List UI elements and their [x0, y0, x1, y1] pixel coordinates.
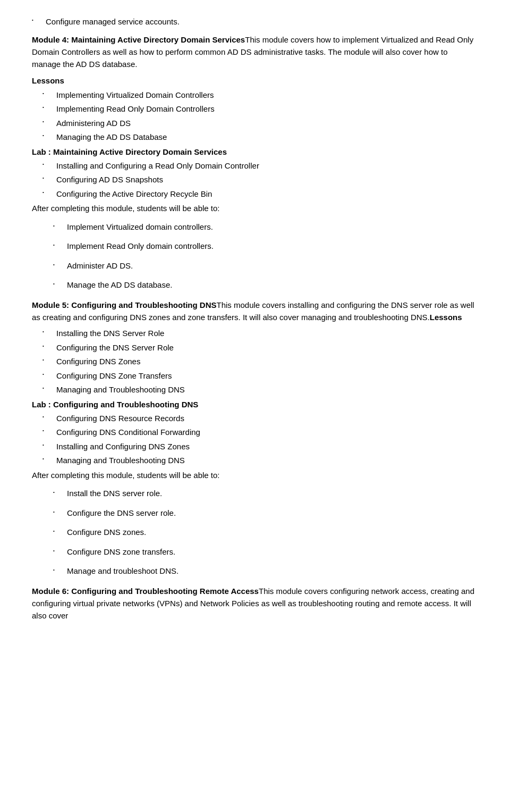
lab-item-text: Installing and Configuring DNS Zones — [56, 441, 478, 453]
intro-bullet-item: • Configure managed service accounts. — [32, 16, 478, 28]
bullet-icon: • — [42, 371, 53, 378]
module4-paragraph: Module 4: Maintaining Active Directory D… — [32, 34, 478, 71]
module5-lessons-inline: Lessons — [430, 313, 462, 322]
lesson-text: Configuring DNS Zones — [56, 356, 478, 368]
list-item: • Administering AD DS — [42, 118, 478, 130]
outcome-text: Implement Virtualized domain controllers… — [67, 221, 478, 233]
module4-title: Module 4: Maintaining Active Directory D… — [32, 35, 245, 44]
module6-paragraph: Module 6: Configuring and Troubleshootin… — [32, 585, 478, 622]
bullet-icon: • — [53, 262, 64, 269]
bullet-icon: • — [53, 567, 64, 574]
list-item: • Configuring the Active Directory Recyc… — [42, 188, 478, 200]
bullet-icon: • — [42, 456, 53, 463]
bullet-icon: • — [42, 343, 53, 350]
bullet-icon: • — [42, 442, 53, 449]
list-item: • Installing and Configuring DNS Zones — [42, 441, 478, 453]
bullet-icon: • — [42, 189, 53, 196]
list-item: • Configuring DNS Conditional Forwarding — [42, 426, 478, 439]
list-item: • Configuring AD DS Snapshots — [42, 174, 478, 186]
lesson-text: Managing and Troubleshooting DNS — [56, 384, 478, 396]
lab-item-text: Installing and Configuring a Read Only D… — [56, 160, 478, 172]
list-item: • Installing the DNS Server Role — [42, 328, 478, 340]
list-item: • Install the DNS server role. — [53, 488, 478, 500]
module4-lab-header: Lab : Maintaining Active Directory Domai… — [32, 146, 478, 158]
module5-lab-list: • Configuring DNS Resource Records • Con… — [42, 413, 478, 467]
list-item: • Managing and Troubleshooting DNS — [42, 384, 478, 396]
bullet-icon: • — [32, 17, 42, 24]
outcome-text: Configure DNS zone transfers. — [67, 546, 478, 558]
list-item: • Manage and troubleshoot DNS. — [53, 565, 478, 577]
bullet-icon: • — [53, 548, 64, 555]
module5-lab-header: Lab : Configuring and Troubleshooting DN… — [32, 398, 478, 411]
bullet-icon: • — [42, 119, 53, 125]
outcome-text: Administer AD DS. — [67, 260, 478, 272]
list-item: • Managing the AD DS Database — [42, 131, 478, 144]
bullet-icon: • — [42, 329, 53, 336]
list-item: • Implementing Virtualized Domain Contro… — [42, 89, 478, 102]
list-item: • Configure DNS zones. — [53, 526, 478, 539]
outcome-text: Configure the DNS server role. — [67, 507, 478, 520]
bullet-icon: • — [53, 528, 64, 535]
bullet-icon: • — [53, 242, 64, 249]
outcome-text: Configure DNS zones. — [67, 526, 478, 539]
module4-lessons-header: Lessons — [32, 74, 478, 87]
list-item: • Administer AD DS. — [53, 260, 478, 272]
lab-item-text: Configuring DNS Conditional Forwarding — [56, 426, 478, 439]
bullet-icon: • — [42, 132, 53, 139]
outcome-text: Manage and troubleshoot DNS. — [67, 565, 478, 577]
list-item: • Managing and Troubleshooting DNS — [42, 455, 478, 467]
lesson-text: Implementing Read Only Domain Controller… — [56, 103, 478, 115]
outcome-text: Implement Read Only domain controllers. — [67, 240, 478, 253]
list-item: • Configure the DNS server role. — [53, 507, 478, 520]
lesson-text: Managing the AD DS Database — [56, 131, 478, 144]
bullet-icon: • — [42, 385, 53, 392]
lesson-text: Implementing Virtualized Domain Controll… — [56, 89, 478, 102]
bullet-icon: • — [42, 357, 53, 364]
list-item: • Configuring the DNS Server Role — [42, 342, 478, 354]
list-item: • Configuring DNS Zone Transfers — [42, 370, 478, 382]
module5-block: Module 5: Configuring and Troubleshootin… — [32, 299, 478, 577]
bullet-icon: • — [53, 223, 64, 230]
lesson-text: Configuring DNS Zone Transfers — [56, 370, 478, 382]
lab-item-text: Configuring the Active Directory Recycle… — [56, 188, 478, 200]
bullet-icon: • — [42, 175, 53, 182]
lab-item-text: Configuring DNS Resource Records — [56, 413, 478, 425]
module4-lab-list: • Installing and Configuring a Read Only… — [42, 160, 478, 200]
bullet-icon: • — [53, 509, 64, 516]
module5-after-text: After completing this module, students w… — [32, 469, 478, 481]
module5-lessons-list: • Installing the DNS Server Role • Confi… — [42, 328, 478, 396]
lab-item-text: Configuring AD DS Snapshots — [56, 174, 478, 186]
module5-paragraph: Module 5: Configuring and Troubleshootin… — [32, 299, 478, 324]
list-item: • Configuring DNS Resource Records — [42, 413, 478, 425]
outcome-text: Manage the AD DS database. — [67, 279, 478, 291]
list-item: • Implement Read Only domain controllers… — [53, 240, 478, 253]
module4-outcomes-list: • Implement Virtualized domain controlle… — [42, 221, 478, 291]
module4-after-text: After completing this module, students w… — [32, 202, 478, 214]
module5-outcomes-list: • Install the DNS server role. • Configu… — [42, 488, 478, 577]
list-item: • Installing and Configuring a Read Only… — [42, 160, 478, 172]
bullet-icon: • — [42, 428, 53, 434]
list-item: • Implement Virtualized domain controlle… — [53, 221, 478, 233]
bullet-icon: • — [42, 414, 53, 421]
bullet-icon: • — [42, 104, 53, 111]
outcome-text: Install the DNS server role. — [67, 488, 478, 500]
intro-bullet-text: Configure managed service accounts. — [46, 16, 478, 28]
bullet-icon: • — [42, 161, 53, 168]
module4-block: Module 4: Maintaining Active Directory D… — [32, 34, 478, 291]
lab-item-text: Managing and Troubleshooting DNS — [56, 455, 478, 467]
list-item: • Configuring DNS Zones — [42, 356, 478, 368]
list-item: • Manage the AD DS database. — [53, 279, 478, 291]
module4-lessons-list: • Implementing Virtualized Domain Contro… — [42, 89, 478, 144]
list-item: • Configure DNS zone transfers. — [53, 546, 478, 558]
lesson-text: Administering AD DS — [56, 118, 478, 130]
module5-title: Module 5: Configuring and Troubleshootin… — [32, 300, 216, 309]
bullet-icon: • — [42, 90, 53, 97]
module6-title: Module 6: Configuring and Troubleshootin… — [32, 587, 259, 596]
lesson-text: Installing the DNS Server Role — [56, 328, 478, 340]
module6-block: Module 6: Configuring and Troubleshootin… — [32, 585, 478, 622]
bullet-icon: • — [53, 281, 64, 288]
bullet-icon: • — [53, 489, 64, 496]
list-item: • Implementing Read Only Domain Controll… — [42, 103, 478, 115]
lesson-text: Configuring the DNS Server Role — [56, 342, 478, 354]
page-content: • Configure managed service accounts. Mo… — [0, 0, 510, 812]
